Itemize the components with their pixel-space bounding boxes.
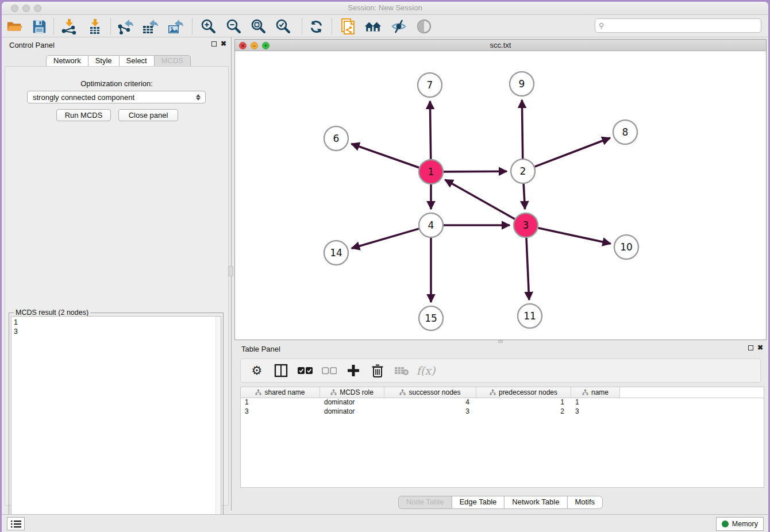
split-columns-button[interactable]	[273, 363, 289, 379]
graph-edge-4-14[interactable]	[352, 229, 419, 248]
tab-network-table[interactable]: Network Table	[504, 496, 567, 509]
zoom-fit-button[interactable]	[248, 17, 268, 36]
add-column-button[interactable]	[345, 363, 361, 379]
graph-node-11[interactable]: 11	[518, 304, 542, 328]
save-session-button[interactable]	[29, 17, 49, 36]
graph-node-2[interactable]: 2	[511, 159, 535, 183]
graph-node-14[interactable]: 14	[324, 241, 348, 265]
graph-node-1[interactable]: 1	[419, 160, 443, 184]
home-button[interactable]	[363, 17, 383, 36]
graph-edge-3-11[interactable]	[526, 238, 529, 300]
close-panel-button[interactable]: Close panel	[118, 109, 178, 121]
select-all-button[interactable]	[297, 363, 313, 379]
svg-text:8: 8	[622, 126, 629, 138]
graph-edge-1-6[interactable]	[351, 144, 419, 167]
tab-edge-table[interactable]: Edge Table	[451, 496, 505, 509]
graph-node-4[interactable]: 4	[419, 213, 443, 237]
cell-MCDS-role[interactable]: dominator	[320, 407, 384, 417]
column-type-icon	[255, 390, 261, 395]
column-header-predecessor-nodes[interactable]: predecessor nodes	[476, 387, 571, 398]
delete-table-button[interactable]	[394, 363, 410, 379]
table-settings-button[interactable]: ⚙	[249, 363, 265, 379]
run-mcds-button[interactable]: Run MCDS	[56, 109, 111, 121]
close-table-panel-icon[interactable]: ✖	[757, 345, 763, 350]
graph-node-9[interactable]: 9	[510, 72, 534, 96]
column-type-icon	[490, 390, 496, 395]
cell-successor-nodes[interactable]: 3	[384, 407, 476, 417]
graph-node-6[interactable]: 6	[324, 126, 348, 151]
graph-node-10[interactable]: 10	[614, 235, 638, 259]
export-network-button[interactable]	[116, 17, 135, 36]
graph-node-8[interactable]: 8	[613, 120, 637, 144]
eye-slash-icon	[390, 19, 407, 34]
search-input[interactable]	[605, 22, 761, 30]
tab-network[interactable]: Network	[46, 55, 88, 67]
memory-button[interactable]: Memory	[716, 517, 764, 531]
tab-style[interactable]: Style	[88, 55, 120, 67]
add-icon	[346, 364, 360, 377]
zoom-selected-button[interactable]	[273, 17, 292, 36]
graph-node-3[interactable]: 3	[514, 213, 538, 237]
column-header-label: successor nodes	[409, 388, 460, 396]
graph-edge-1-7[interactable]	[430, 101, 430, 159]
refresh-button[interactable]	[306, 17, 326, 36]
network-window-titlebar: ✕ − + scc.txt	[235, 40, 766, 51]
optimization-criterion-dropdown[interactable]: strongly connected component	[27, 91, 206, 103]
table-row[interactable]: 3dominator323	[241, 407, 764, 417]
status-bar: Memory	[2, 514, 768, 532]
graph-edge-3-10[interactable]	[538, 228, 610, 244]
export-image-button[interactable]	[165, 17, 185, 36]
import-network-icon	[60, 18, 78, 34]
import-network-button[interactable]	[59, 17, 79, 36]
main-toolbar: ⚲	[2, 16, 768, 37]
graph-edge-2-3[interactable]	[523, 184, 525, 209]
graph-node-7[interactable]: 7	[418, 73, 442, 97]
cell-predecessor-nodes[interactable]: 2	[476, 407, 571, 417]
column-header-MCDS-role[interactable]: MCDS role	[320, 387, 384, 398]
tab-select[interactable]: Select	[119, 55, 155, 67]
cell-name[interactable]: 3	[571, 407, 620, 417]
column-header-shared-name[interactable]: shared name	[241, 387, 320, 398]
delete-column-button[interactable]	[369, 363, 386, 379]
open-session-button[interactable]	[5, 17, 24, 36]
column-header-name[interactable]: name	[571, 387, 620, 398]
export-table-button[interactable]	[140, 17, 160, 36]
graph-edge-1-2[interactable]	[444, 171, 507, 172]
network-view[interactable]: 7968124314101511	[235, 52, 766, 340]
table-row[interactable]: 1dominator411	[241, 398, 764, 407]
search-field: ⚲	[595, 18, 761, 33]
float-panel-icon[interactable]	[211, 41, 217, 47]
cell-name[interactable]: 1	[571, 398, 620, 407]
duplicate-network-button[interactable]	[338, 17, 357, 36]
cell-successor-nodes[interactable]: 4	[384, 398, 476, 407]
float-table-panel-icon[interactable]	[748, 345, 753, 350]
show-all-button[interactable]	[414, 17, 434, 36]
graph-edge-2-9[interactable]	[522, 100, 522, 159]
tab-motifs[interactable]: Motifs	[567, 496, 603, 509]
zoom-out-button[interactable]	[224, 17, 243, 36]
mcds-result-text[interactable]: 1 3	[11, 316, 221, 526]
cell-shared-name[interactable]: 3	[241, 407, 320, 417]
import-table-button[interactable]	[85, 17, 105, 36]
cell-MCDS-role[interactable]: dominator	[320, 398, 384, 407]
svg-text:10: 10	[620, 241, 633, 253]
graph-node-15[interactable]: 15	[419, 306, 443, 330]
column-type-icon	[399, 390, 406, 395]
close-panel-icon[interactable]: ✖	[221, 41, 226, 47]
result-scrollbar[interactable]	[215, 317, 221, 526]
svg-text:14: 14	[330, 247, 342, 259]
column-header-successor-nodes[interactable]: successor nodes	[384, 387, 476, 398]
cell-shared-name[interactable]: 1	[241, 398, 320, 407]
column-header-label: predecessor nodes	[499, 388, 557, 396]
cell-predecessor-nodes[interactable]: 1	[476, 398, 571, 407]
graph-edge-3-1[interactable]	[445, 180, 514, 219]
hide-selected-button[interactable]	[388, 17, 408, 36]
graph-edge-2-8[interactable]	[535, 138, 610, 167]
tab-mcds[interactable]: MCDS	[154, 55, 191, 67]
task-history-button[interactable]	[7, 517, 25, 530]
deselect-all-button[interactable]	[321, 363, 337, 379]
tab-node-table[interactable]: Node Table	[398, 496, 452, 509]
splitter-grip[interactable]	[228, 266, 233, 276]
zoom-in-button[interactable]	[198, 17, 218, 36]
apply-function-button[interactable]: f(x)	[418, 363, 434, 379]
